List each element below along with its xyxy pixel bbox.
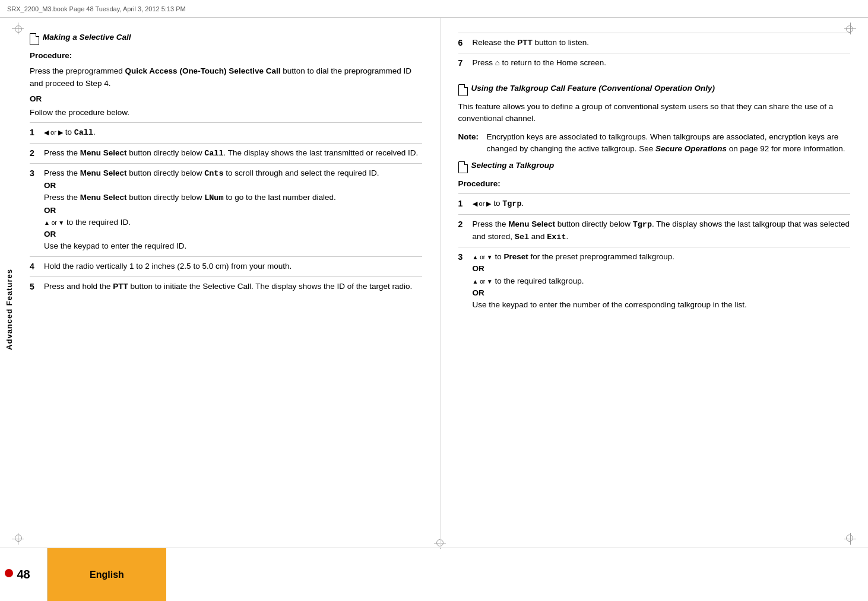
left-column: Making a Selective Call Procedure: Press… [18, 18, 441, 548]
step-5: 5 Press and hold the PTT button to initi… [30, 276, 422, 297]
section1-title: Making a Selective Call [43, 33, 131, 42]
top-bar: SRX_2200_M3.book Page 48 Tuesday, April … [0, 0, 868, 18]
note-block: Note: Encryption keys are associated to … [458, 131, 851, 155]
section3-header: Selecting a Talkgroup [458, 161, 851, 173]
or-text-1: OR [30, 93, 422, 105]
main-content: Making a Selective Call Procedure: Press… [18, 18, 868, 548]
section1-header: Making a Selective Call [30, 33, 422, 45]
steps-list-right: 1 ◀ or ▶ to Tgrp. 2 Press the Menu Selec… [458, 193, 851, 314]
step-2: 2 Press the Menu Select button directly … [30, 143, 422, 163]
sidebar: Advanced Features [0, 18, 18, 601]
page-icon-2 [458, 84, 468, 96]
red-dot [5, 569, 13, 577]
right-column: 6 Release the PTT button to listen. 7 Pr… [441, 18, 869, 548]
section3-title: Selecting a Talkgroup [471, 161, 555, 170]
step-4: 4 Hold the radio vertically 1 to 2 inche… [30, 256, 422, 276]
step-6: 6 Release the PTT button to listen. [458, 33, 851, 53]
section2-header: Using the Talkgroup Call Feature (Conven… [458, 84, 851, 96]
sidebar-text: Advanced Features [5, 269, 14, 350]
footer: 48 English [0, 548, 868, 601]
step-7: 7 Press ⌂ to return to the Home screen. [458, 53, 851, 73]
language-badge: English [47, 548, 166, 601]
procedure-label-left: Procedure: [30, 50, 422, 62]
section2-title: Using the Talkgroup Call Feature (Conven… [471, 84, 715, 93]
home-icon: ⌂ [495, 58, 500, 67]
steps-list-left: 1 ◀ or ▶ to Call. 2 Press the Menu Selec… [30, 122, 422, 296]
note-text: Encryption keys are associated to talkgr… [487, 131, 851, 155]
footer-right [166, 548, 868, 601]
top-bar-text: SRX_2200_M3.book Page 48 Tuesday, April … [7, 5, 186, 12]
step-3: 3 Press the Menu Select button directly … [30, 163, 422, 256]
section2-body: This feature allows you to define a grou… [458, 101, 851, 125]
procedure-label-right: Procedure: [458, 178, 851, 190]
page-icon-1 [30, 33, 39, 45]
right-step-1: 1 ◀ or ▶ to Tgrp. [458, 193, 851, 214]
intro-paragraph: Press the preprogrammed Quick Access (On… [30, 65, 422, 90]
page-icon-3 [458, 161, 468, 173]
intro-follow: Follow the procedure below. [30, 107, 422, 119]
right-step-3: 3 ▲ or ▼ to Preset for the preset prepro… [458, 247, 851, 314]
right-step-2: 2 Press the Menu Select button directly … [458, 214, 851, 247]
step-1: 1 ◀ or ▶ to Call. [30, 122, 422, 142]
note-label: Note: [458, 131, 481, 143]
